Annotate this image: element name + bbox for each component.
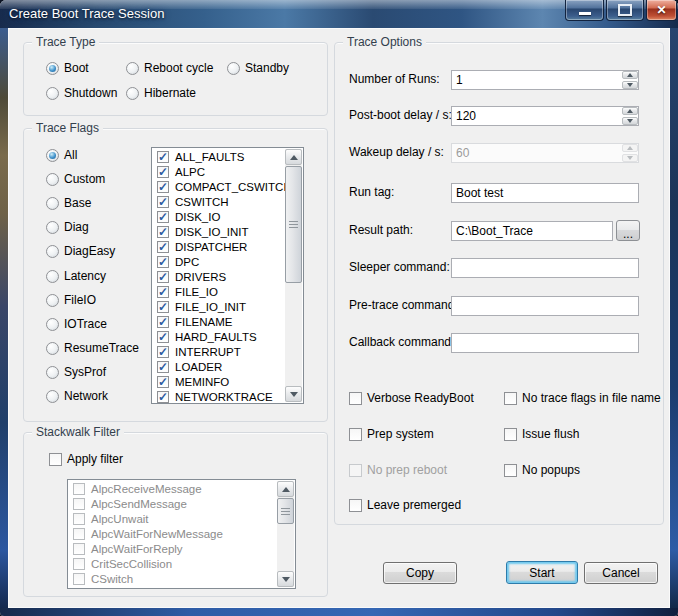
trace-flags-mode-radio[interactable]: Latency — [46, 269, 106, 283]
stackwalk-event-item[interactable]: CritSecCollision — [70, 556, 277, 571]
checkbox-icon[interactable] — [157, 331, 169, 343]
checkbox-icon[interactable] — [504, 464, 517, 477]
trace-flags-mode-radio[interactable]: DiagEasy — [46, 244, 115, 258]
trace-flag-item[interactable]: LOADER — [154, 359, 285, 374]
checkbox-icon[interactable] — [73, 543, 85, 555]
postboot-delay-input[interactable] — [451, 106, 639, 126]
checkbox-icon[interactable] — [157, 346, 169, 358]
option-checkbox-row[interactable]: No popups — [504, 463, 580, 477]
trace-flags-mode-radio[interactable]: Diag — [46, 220, 89, 234]
trace-flag-item[interactable]: DISPATCHER — [154, 239, 285, 254]
radio-button-icon[interactable] — [227, 62, 240, 75]
trace-type-radio-option[interactable]: Hibernate — [126, 86, 196, 100]
checkbox-icon[interactable] — [504, 392, 517, 405]
checkbox-icon[interactable] — [349, 499, 362, 512]
radio-button-icon[interactable] — [46, 318, 59, 331]
browse-button[interactable]: ... — [616, 220, 640, 241]
checkbox-icon[interactable] — [73, 513, 85, 525]
checkbox-icon[interactable] — [157, 316, 169, 328]
stackwalk-event-item[interactable]: AlpcWaitForNewMessage — [70, 526, 277, 541]
trace-flag-item[interactable]: FILENAME — [154, 314, 285, 329]
minimize-button[interactable] — [565, 0, 604, 21]
number-of-runs-input[interactable] — [451, 70, 639, 90]
option-checkbox-row[interactable]: Issue flush — [504, 427, 579, 441]
radio-button-icon[interactable] — [46, 87, 59, 100]
close-button[interactable]: ✕ — [646, 0, 677, 21]
radio-button-icon[interactable] — [46, 221, 59, 234]
radio-button-icon[interactable] — [46, 366, 59, 379]
trace-flags-mode-radio[interactable]: IOTrace — [46, 317, 107, 331]
apply-filter-checkbox[interactable] — [49, 453, 62, 466]
checkbox-icon[interactable] — [157, 271, 169, 283]
checkbox-icon[interactable] — [157, 241, 169, 253]
trace-flag-item[interactable]: DPC — [154, 254, 285, 269]
checkbox-icon[interactable] — [157, 301, 169, 313]
trace-flag-item[interactable]: HARD_FAULTS — [154, 329, 285, 344]
option-checkbox-row[interactable]: No trace flags in file name — [504, 391, 661, 405]
option-checkbox-row[interactable]: Leave premerged — [349, 498, 461, 512]
checkbox-icon[interactable] — [73, 498, 85, 510]
trace-flags-mode-radio[interactable]: ResumeTrace — [46, 341, 139, 355]
spin-down-button[interactable] — [622, 81, 638, 89]
stackwalk-event-item[interactable]: AlpcSendMessage — [70, 496, 277, 511]
trace-flag-item[interactable]: ALL_FAULTS — [154, 149, 285, 164]
stackwalk-scrollbar[interactable] — [277, 481, 294, 587]
trace-flag-item[interactable]: INTERRUPT — [154, 344, 285, 359]
checkbox-icon[interactable] — [349, 392, 362, 405]
trace-flag-item[interactable]: ALPC — [154, 164, 285, 179]
trace-flag-item[interactable]: FILE_IO_INIT — [154, 299, 285, 314]
trace-flags-mode-radio[interactable]: Base — [46, 196, 91, 210]
radio-button-icon[interactable] — [126, 62, 139, 75]
trace-flags-scrollbar[interactable] — [285, 149, 302, 402]
option-checkbox-row[interactable]: No prep reboot — [349, 463, 447, 477]
spin-up-button[interactable] — [622, 71, 638, 79]
radio-button-icon[interactable] — [46, 149, 59, 162]
trace-flag-item[interactable]: FILE_IO — [154, 284, 285, 299]
scrollbar-thumb[interactable] — [277, 498, 294, 524]
spin-up-button[interactable] — [622, 107, 638, 115]
result-path-input[interactable] — [451, 221, 613, 241]
option-checkbox-row[interactable]: Prep system — [349, 427, 434, 441]
trace-type-radio-option[interactable]: Boot — [46, 61, 89, 75]
checkbox-icon[interactable] — [73, 483, 85, 495]
checkbox-icon[interactable] — [73, 528, 85, 540]
trace-type-radio-option[interactable]: Reboot cycle — [126, 61, 213, 75]
checkbox-icon[interactable] — [157, 211, 169, 223]
trace-flag-item[interactable]: CSWITCH — [154, 194, 285, 209]
trace-flag-item[interactable]: NETWORKTRACE — [154, 389, 285, 404]
checkbox-icon[interactable] — [157, 166, 169, 178]
scroll-up-button[interactable] — [277, 481, 294, 497]
trace-flags-mode-radio[interactable]: Custom — [46, 172, 105, 186]
checkbox-icon[interactable] — [157, 196, 169, 208]
checkbox-icon[interactable] — [157, 226, 169, 238]
scroll-down-button[interactable] — [277, 571, 294, 587]
stackwalk-event-item[interactable]: CSwitch — [70, 571, 277, 586]
sleeper-command-input[interactable] — [451, 258, 639, 278]
start-button[interactable]: Start — [506, 561, 578, 584]
checkbox-icon[interactable] — [349, 428, 362, 441]
trace-flag-item[interactable]: COMPACT_CSWITCH — [154, 179, 285, 194]
radio-button-icon[interactable] — [46, 294, 59, 307]
radio-button-icon[interactable] — [46, 342, 59, 355]
checkbox-icon[interactable] — [157, 376, 169, 388]
trace-flags-mode-radio[interactable]: All — [46, 148, 77, 162]
callback-command-input[interactable] — [451, 333, 639, 353]
trace-flags-mode-radio[interactable]: SysProf — [46, 365, 106, 379]
spin-down-button[interactable] — [622, 117, 638, 125]
run-tag-input[interactable] — [451, 183, 639, 203]
checkbox-icon[interactable] — [157, 151, 169, 163]
scroll-up-button[interactable] — [285, 149, 302, 165]
checkbox-icon[interactable] — [157, 181, 169, 193]
stackwalk-event-item[interactable]: AlpcUnwait — [70, 511, 277, 526]
scroll-down-button[interactable] — [285, 386, 302, 402]
checkbox-icon[interactable] — [73, 573, 85, 585]
radio-button-icon[interactable] — [46, 390, 59, 403]
trace-flags-mode-radio[interactable]: FileIO — [46, 293, 96, 307]
apply-filter-checkbox-row[interactable]: Apply filter — [49, 452, 123, 466]
trace-flag-item[interactable]: DRIVERS — [154, 269, 285, 284]
radio-button-icon[interactable] — [46, 197, 59, 210]
radio-button-icon[interactable] — [126, 87, 139, 100]
trace-flag-item[interactable]: DISK_IO — [154, 209, 285, 224]
trace-type-radio-option[interactable]: Standby — [227, 61, 289, 75]
checkbox-icon[interactable] — [73, 558, 85, 570]
